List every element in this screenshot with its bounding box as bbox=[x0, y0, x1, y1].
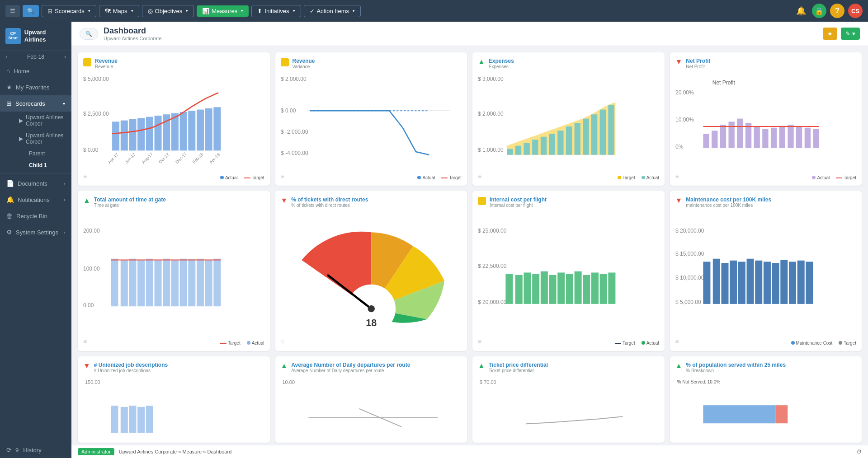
initiatives-nav-button[interactable]: ⬆ Initiatives ▾ bbox=[251, 5, 301, 17]
dashboard-search[interactable]: 🔍 bbox=[80, 28, 98, 40]
recycle-icon: 🗑 bbox=[6, 212, 13, 220]
sidebar-item-system-settings[interactable]: ⚙ System Settings › bbox=[0, 224, 71, 240]
svg-rect-120 bbox=[129, 406, 136, 433]
svg-rect-43 bbox=[600, 110, 606, 155]
user-avatar[interactable]: CS bbox=[848, 4, 863, 18]
gate-footer: ≡ Target Actual bbox=[83, 338, 264, 346]
action-items-nav-button[interactable]: ✓ Action Items ▾ bbox=[304, 5, 361, 17]
card-variance-header: Revenue Variance bbox=[281, 58, 462, 69]
svg-rect-3 bbox=[112, 122, 119, 150]
legend-target4: Target bbox=[836, 175, 856, 180]
gate-subtitle: Time at gate bbox=[94, 203, 166, 208]
next-period-icon[interactable]: › bbox=[64, 54, 66, 60]
card-pop-header: ▲ % of population served within 25 miles… bbox=[675, 362, 857, 373]
favorite-button[interactable]: ★ bbox=[823, 28, 837, 40]
card-menu-icon4[interactable]: ≡ bbox=[675, 173, 679, 180]
direct-subtitle: % of tickets with direct routes bbox=[291, 203, 368, 208]
svg-text:$ 0.00: $ 0.00 bbox=[281, 107, 296, 114]
sidebar-item-parent[interactable]: Parent bbox=[23, 148, 71, 159]
scorecards-nav-button[interactable]: ⊞ Scorecards ▾ bbox=[42, 5, 96, 17]
svg-rect-111 bbox=[755, 260, 762, 304]
expenses-arrow-icon: ▲ bbox=[478, 58, 485, 66]
card-menu-icon3[interactable]: ≡ bbox=[478, 173, 481, 180]
sidebar-item-scorecard2[interactable]: ▶ Upward Airlines Corpor bbox=[13, 130, 71, 148]
svg-text:$ 20,000.00: $ 20,000.00 bbox=[675, 228, 704, 234]
sidebar-item-documents[interactable]: 📄 Documents › bbox=[0, 175, 71, 192]
top-navigation: ☰ 🔍 ⊞ Scorecards ▾ 🗺 Maps ▾ ◎ Objectives… bbox=[0, 0, 868, 22]
sidebar-item-home[interactable]: ⌂ Home bbox=[0, 63, 71, 79]
lock-icon[interactable]: 🔒 bbox=[812, 4, 826, 18]
search-icon: 🔍 bbox=[85, 31, 92, 37]
legend-actual6: Actual bbox=[642, 341, 659, 346]
svg-rect-62 bbox=[813, 129, 819, 148]
svg-rect-56 bbox=[762, 129, 768, 148]
svg-text:$ 5,000.00: $ 5,000.00 bbox=[83, 76, 109, 82]
card-maintenance: ▼ Maintenance cost per 100K miles mainte… bbox=[670, 191, 862, 351]
legend-actual: Actual bbox=[220, 175, 238, 180]
breadcrumb: Upward Airlines Corporate » Measure » Da… bbox=[119, 449, 231, 454]
svg-rect-74 bbox=[171, 260, 179, 306]
documents-label: Documents bbox=[18, 180, 47, 187]
menu-button[interactable]: ☰ bbox=[5, 5, 20, 17]
svg-text:$ 25,000.00: $ 25,000.00 bbox=[478, 228, 507, 234]
scorecards-label: Scorecards bbox=[15, 100, 45, 107]
svg-rect-89 bbox=[515, 275, 523, 304]
legend-actual2: Actual bbox=[417, 175, 435, 180]
svg-rect-39 bbox=[566, 126, 572, 155]
notifications-bell-icon[interactable]: 🔔 bbox=[794, 4, 808, 18]
svg-rect-97 bbox=[583, 275, 590, 304]
sidebar-item-child1[interactable]: Child 1 bbox=[23, 159, 71, 171]
internal-legend: Target Actual bbox=[615, 341, 659, 346]
svg-text:$ 0.00: $ 0.00 bbox=[83, 147, 99, 153]
svg-rect-38 bbox=[557, 131, 563, 154]
prev-period-icon[interactable]: ‹ bbox=[5, 54, 7, 60]
svg-rect-53 bbox=[737, 119, 743, 148]
card-menu-icon5[interactable]: ≡ bbox=[83, 338, 87, 345]
card-menu-icon8[interactable]: ≡ bbox=[675, 338, 679, 345]
direct-title: % of tickets with direct routes bbox=[291, 196, 368, 203]
measures-nav-button[interactable]: 📊 Measures ▾ bbox=[197, 5, 249, 17]
card-maintenance-header: ▼ Maintenance cost per 100K miles mainte… bbox=[675, 196, 857, 208]
svg-rect-60 bbox=[796, 126, 802, 148]
sidebar-item-history[interactable]: ⟳ 9 History bbox=[0, 442, 71, 458]
sidebar-logo: CPStrat Upward Airlines bbox=[0, 22, 71, 51]
svg-text:$ 2,000.00: $ 2,000.00 bbox=[478, 111, 504, 117]
card-menu-icon[interactable]: ≡ bbox=[83, 173, 87, 180]
svg-text:Aug-17: Aug-17 bbox=[141, 152, 154, 164]
svg-rect-67 bbox=[111, 258, 118, 306]
variance-subtitle: Variance bbox=[292, 64, 315, 69]
sidebar-item-recycle-bin[interactable]: 🗑 Recycle Bin bbox=[0, 208, 71, 224]
svg-text:0%: 0% bbox=[675, 144, 684, 150]
svg-text:$ 22,500.00: $ 22,500.00 bbox=[478, 262, 507, 269]
help-icon[interactable]: ? bbox=[830, 4, 844, 18]
card-menu-icon7[interactable]: ≡ bbox=[478, 338, 481, 345]
star-icon: ★ bbox=[6, 84, 12, 91]
footer: Administrator Upward Airlines Corporate … bbox=[71, 445, 868, 458]
svg-text:$ 20,000.00: $ 20,000.00 bbox=[478, 299, 507, 305]
sidebar-item-favorites[interactable]: ★ My Favorites bbox=[0, 79, 71, 95]
sidebar-item-scorecard1[interactable]: ▶ Upward Airlines Corpor bbox=[13, 112, 71, 130]
settings-label: System Settings bbox=[16, 229, 58, 236]
card-menu-icon6[interactable]: ≡ bbox=[281, 338, 284, 346]
maps-nav-button[interactable]: 🗺 Maps ▾ bbox=[99, 5, 139, 17]
maintenance-chart: $ 20,000.00 $ 15,000.00 $ 10,000.00 $ 5,… bbox=[675, 211, 857, 336]
svg-text:100.00: 100.00 bbox=[83, 266, 100, 272]
card-ticket-header: ▲ Ticket price differential Ticket price… bbox=[478, 362, 659, 373]
revenue-title: Revenue bbox=[95, 58, 118, 64]
notifications-icon: 🔔 bbox=[6, 196, 14, 203]
card-menu-icon2[interactable]: ≡ bbox=[281, 173, 284, 180]
svg-rect-112 bbox=[763, 262, 770, 304]
svg-rect-117 bbox=[806, 262, 813, 304]
ticket-subtitle: Ticket price differential bbox=[489, 368, 548, 373]
expenses-chart: $ 3,000.00 $ 2,000.00 $ 1,000.00 bbox=[478, 73, 659, 171]
edit-button[interactable]: ✎ ▾ bbox=[841, 28, 860, 40]
global-search-button[interactable]: 🔍 bbox=[23, 5, 39, 17]
sidebar-item-notifications[interactable]: 🔔 Notifications › bbox=[0, 192, 71, 208]
svg-text:$ -2,000.00: $ -2,000.00 bbox=[281, 129, 308, 135]
svg-text:Oct-17: Oct-17 bbox=[158, 152, 170, 164]
sidebar-item-scorecards[interactable]: ⊞ Scorecards ▾ bbox=[0, 95, 71, 112]
svg-rect-122 bbox=[146, 406, 153, 433]
gate-chart: 200.00 100.00 0.00 bbox=[83, 211, 264, 336]
objectives-nav-button[interactable]: ◎ Objectives ▾ bbox=[142, 5, 194, 17]
svg-rect-99 bbox=[600, 274, 607, 304]
